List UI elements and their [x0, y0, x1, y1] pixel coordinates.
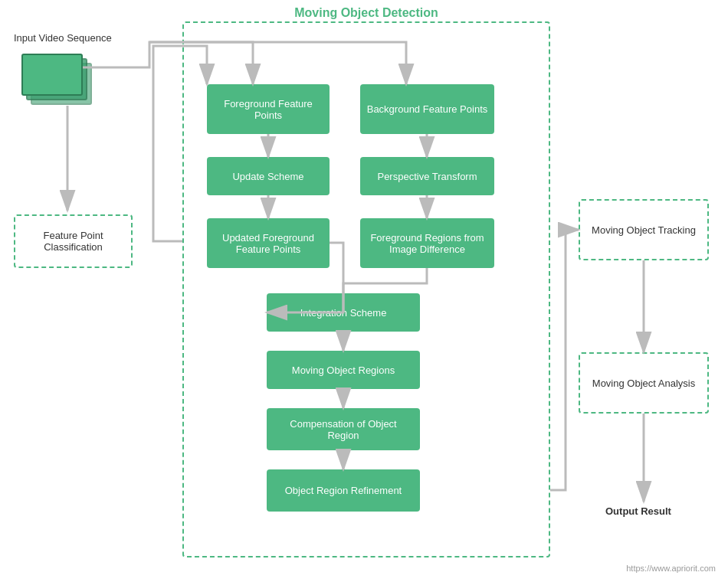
moving-object-regions-box: Moving Object Regions: [267, 351, 420, 389]
input-video-label: Input Video Sequence: [14, 32, 112, 44]
background-feature-points-box: Background Feature Points: [360, 84, 494, 134]
update-scheme-box: Update Scheme: [207, 157, 330, 195]
output-result-label: Output Result: [605, 505, 671, 517]
compensation-object-region-box: Compensation of Object Region: [267, 408, 420, 450]
moving-object-analysis-box: Moving Object Analysis: [579, 352, 709, 414]
moving-object-detection-title: Moving Object Detection: [182, 6, 550, 20]
feature-point-classification-label: Feature Point Classification: [15, 216, 131, 266]
moving-object-tracking-box: Moving Object Tracking: [579, 199, 709, 260]
moving-object-analysis-label: Moving Object Analysis: [580, 354, 707, 412]
object-region-refinement-box: Object Region Refinement: [267, 469, 420, 512]
foreground-regions-box: Foreground Regions from Image Difference: [360, 218, 494, 268]
updated-foreground-feature-points-box: Updated Foreground Feature Points: [207, 218, 330, 268]
moving-object-tracking-label: Moving Object Tracking: [580, 201, 707, 259]
foreground-feature-points-box: Foreground Feature Points: [207, 84, 330, 134]
feature-point-classification-box: Feature Point Classification: [14, 214, 133, 268]
diagram-container: Input Video Sequence Feature Point Class…: [0, 0, 728, 582]
perspective-transform-box: Perspective Transform: [360, 157, 494, 195]
watermark: https://www.apriorit.com: [626, 564, 716, 573]
integration-scheme-box: Integration Scheme: [267, 293, 420, 332]
